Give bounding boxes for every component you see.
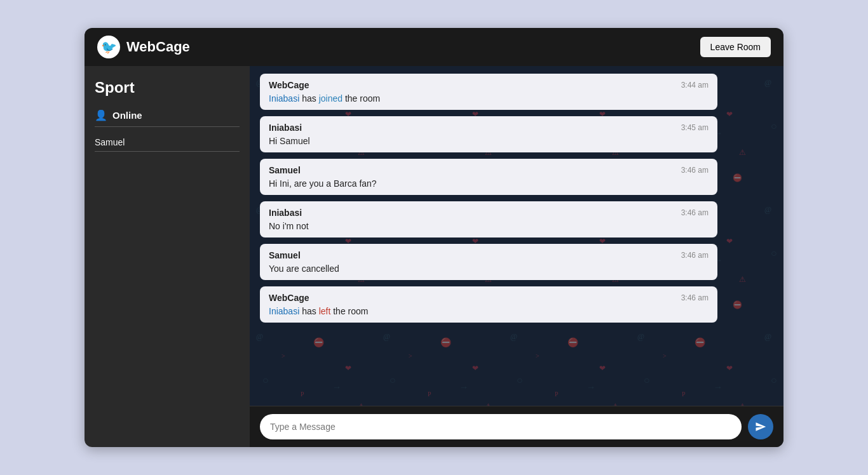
message-text-part: joined	[319, 93, 342, 104]
message-text: Iniabasi has joined the room	[269, 93, 709, 104]
message-time: 3:46 am	[681, 293, 709, 302]
message-header: Iniabasi 3:46 am	[269, 208, 709, 218]
list-item: Samuel	[95, 133, 240, 152]
message-text: No i'm not	[269, 221, 709, 231]
main-content: Sport 👤 Online Samuel WebCage 3:44 am	[85, 66, 783, 447]
app-name: WebCage	[126, 39, 190, 55]
message-text: Hi Samuel	[269, 136, 709, 146]
message-text-part: the room	[345, 93, 380, 104]
send-button[interactable]	[748, 414, 773, 439]
chat-background[interactable]: WebCage 3:44 am Iniabasi has joined the …	[250, 66, 783, 406]
message-time: 3:44 am	[681, 81, 709, 90]
message-sender: WebCage	[269, 80, 309, 90]
divider	[95, 126, 240, 127]
message-time: 3:46 am	[681, 208, 709, 217]
chat-area: WebCage 3:44 am Iniabasi has joined the …	[250, 66, 783, 447]
table-row: Samuel 3:46 am Hi Ini, are you a Barca f…	[260, 159, 717, 195]
message-text-part: left	[319, 306, 331, 316]
online-header: 👤 Online	[95, 109, 240, 121]
table-row: Iniabasi 3:46 am No i'm not	[260, 201, 717, 238]
table-row: WebCage 3:46 am Iniabasi has left the ro…	[260, 286, 717, 323]
message-text: Iniabasi has left the room	[269, 306, 709, 316]
room-name: Sport	[95, 79, 240, 97]
message-header: Iniabasi 3:45 am	[269, 123, 709, 133]
message-text-part: has	[302, 306, 318, 316]
message-sender: WebCage	[269, 293, 309, 303]
message-time: 3:45 am	[681, 123, 709, 132]
message-header: WebCage 3:44 am	[269, 80, 709, 90]
message-text-part: Iniabasi	[269, 306, 299, 316]
message-text: Hi Ini, are you a Barca fan?	[269, 178, 709, 189]
message-input[interactable]	[260, 414, 742, 439]
table-row: Iniabasi 3:45 am Hi Samuel	[260, 116, 717, 152]
leave-room-button[interactable]: Leave Room	[700, 37, 771, 57]
logo-icon: 🐦	[97, 36, 120, 58]
message-time: 3:46 am	[681, 251, 709, 260]
app-container: 🐦 WebCage Leave Room Sport 👤 Online Samu…	[85, 28, 783, 447]
message-header: Samuel 3:46 am	[269, 250, 709, 260]
user-icon: 👤	[95, 109, 107, 121]
message-header: WebCage 3:46 am	[269, 293, 709, 303]
table-row: Samuel 3:46 am You are cancelled	[260, 244, 717, 280]
message-text-part: the room	[333, 306, 368, 316]
header: 🐦 WebCage Leave Room	[85, 28, 783, 66]
online-label: Online	[112, 110, 142, 121]
message-text-part: has	[302, 93, 318, 104]
message-sender: Samuel	[269, 165, 301, 175]
online-section: 👤 Online Samuel	[95, 109, 240, 152]
message-input-area	[250, 406, 783, 447]
message-sender: Iniabasi	[269, 208, 302, 218]
send-icon	[755, 421, 766, 432]
header-logo: 🐦 WebCage	[97, 36, 190, 58]
message-text-part: Iniabasi	[269, 93, 299, 104]
message-text: You are cancelled	[269, 264, 709, 274]
sidebar: Sport 👤 Online Samuel	[85, 66, 250, 447]
message-time: 3:46 am	[681, 166, 709, 175]
message-sender: Iniabasi	[269, 123, 302, 133]
message-header: Samuel 3:46 am	[269, 165, 709, 175]
table-row: WebCage 3:44 am Iniabasi has joined the …	[260, 74, 717, 110]
message-sender: Samuel	[269, 250, 301, 260]
